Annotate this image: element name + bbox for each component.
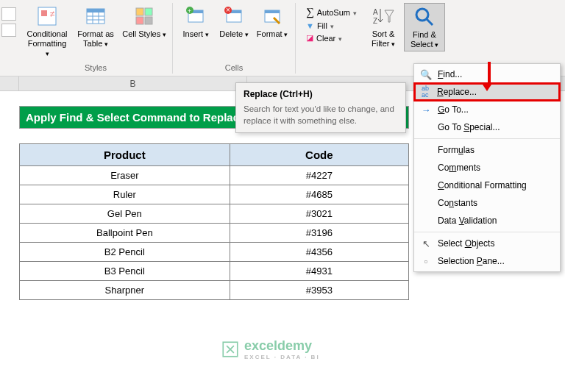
conditional-formatting-icon: ≠	[35, 4, 59, 28]
edge-buttons	[0, 3, 19, 41]
fill-label: Fill	[317, 21, 327, 30]
format-label: Format	[257, 29, 288, 39]
sort-filter-button[interactable]: AZ Sort & Filter	[364, 3, 402, 50]
format-icon	[260, 4, 284, 28]
data-table: Product Code Eraser#4227 Ruler#4685 Gel …	[19, 143, 409, 300]
format-as-table-label: Format as Table	[74, 29, 118, 49]
insert-icon: +	[184, 4, 207, 28]
svg-text:×: ×	[226, 6, 230, 14]
group-cells: + Insert × Delete Format Cells	[173, 3, 296, 74]
goto-icon: →	[420, 104, 432, 115]
table-row: B3 Pencil#4931	[20, 262, 409, 281]
svg-rect-22	[265, 10, 280, 13]
menu-goto-special[interactable]: Go To Special...	[414, 118, 560, 136]
annotation-arrow	[486, 62, 493, 91]
table-row: Ruler#4685	[20, 185, 409, 204]
header-product: Product	[20, 144, 230, 166]
sort-filter-label: Sort & Filter	[366, 29, 401, 49]
edge-btn-2[interactable]	[1, 24, 16, 37]
header-code: Code	[230, 144, 408, 166]
menu-separator	[414, 138, 560, 139]
group-cells-label: Cells	[225, 63, 243, 74]
cell-styles-icon	[132, 4, 156, 28]
sigma-icon: ∑	[306, 6, 314, 18]
menu-data-validation[interactable]: Data Validation	[414, 212, 560, 229]
corner-cell[interactable]	[0, 76, 19, 90]
watermark-icon	[221, 340, 240, 359]
watermark-brand: exceldemy	[244, 338, 312, 353]
find-select-menu: 🔍 Find... abac Replace... → Go To... Go …	[413, 63, 561, 272]
clear-label: Clear	[316, 34, 335, 43]
delete-icon: ×	[222, 4, 246, 28]
svg-text:Z: Z	[373, 17, 377, 25]
tooltip-desc: Search for text you'd like to change, an…	[244, 104, 398, 126]
svg-text:+: +	[188, 7, 191, 15]
svg-rect-12	[145, 17, 152, 24]
format-as-table-button[interactable]: Format as Table	[72, 3, 119, 50]
menu-constants[interactable]: Constants	[414, 194, 560, 212]
svg-text:A: A	[373, 8, 378, 16]
table-row: Sharpner#3953	[20, 281, 409, 300]
menu-selection-pane[interactable]: ▫ Selection Pane...	[414, 252, 560, 270]
find-select-icon	[413, 5, 436, 29]
svg-line-26	[427, 19, 433, 25]
delete-button[interactable]: × Delete	[216, 3, 252, 40]
cursor-icon: ↖	[420, 238, 432, 249]
edge-btn-1[interactable]	[1, 7, 16, 21]
svg-rect-4	[87, 9, 104, 13]
clear-button[interactable]: ◪Clear	[303, 32, 360, 44]
cell-styles-button[interactable]: Cell Styles	[121, 3, 168, 40]
table-row: Gel Pen#3021	[20, 204, 409, 224]
conditional-formatting-label: Conditional Formatting	[25, 29, 69, 59]
conditional-formatting-button[interactable]: ≠ Conditional Formatting	[24, 3, 71, 60]
eraser-icon: ◪	[306, 33, 313, 43]
format-as-table-icon	[84, 4, 107, 28]
search-icon: 🔍	[420, 68, 432, 80]
pane-icon: ▫	[420, 255, 432, 267]
group-styles: ≠ Conditional Formatting Format as Table…	[19, 3, 173, 74]
sort-filter-icon: AZ	[372, 4, 395, 28]
svg-text:≠: ≠	[50, 9, 55, 19]
table-row: Eraser#4227	[20, 166, 409, 185]
svg-rect-11	[136, 17, 143, 24]
format-button[interactable]: Format	[254, 3, 291, 40]
table-row: Ballpoint Pen#3196	[20, 224, 409, 243]
group-styles-label: Styles	[85, 63, 107, 74]
find-select-label: Find & Select	[406, 30, 443, 49]
cell-styles-label: Cell Styles	[122, 29, 166, 39]
autosum-button[interactable]: ∑AutoSum	[303, 4, 360, 20]
table-row: B2 Pencil#4356	[20, 243, 409, 262]
menu-formulas[interactable]: Formulas	[414, 141, 560, 159]
group-editing-label	[372, 63, 374, 74]
menu-select-objects[interactable]: ↖ Select Objects	[414, 235, 560, 252]
insert-label: Insert	[182, 29, 208, 39]
find-select-button[interactable]: Find & Select	[404, 3, 445, 51]
autosum-label: AutoSum	[317, 8, 350, 17]
replace-tooltip: Replace (Ctrl+H) Search for text you'd l…	[235, 82, 406, 133]
menu-cond-fmt[interactable]: Conditional Formatting	[414, 177, 560, 194]
tooltip-title: Replace (Ctrl+H)	[244, 89, 398, 99]
svg-rect-10	[145, 8, 152, 15]
replace-icon: abac	[419, 86, 431, 98]
insert-button[interactable]: + Insert	[177, 3, 214, 40]
delete-label: Delete	[219, 29, 248, 39]
col-header-b[interactable]: B	[19, 76, 247, 90]
svg-point-25	[416, 9, 428, 21]
fill-button[interactable]: ▼Fill	[303, 20, 360, 32]
svg-rect-9	[136, 8, 143, 15]
menu-comments[interactable]: Comments	[414, 159, 560, 177]
menu-separator	[414, 232, 560, 232]
svg-rect-1	[41, 10, 47, 16]
menu-goto[interactable]: → Go To...	[414, 101, 560, 118]
watermark: exceldemy EXCEL · DATA · BI	[221, 338, 320, 360]
fill-icon: ▼	[306, 21, 314, 30]
watermark-tagline: EXCEL · DATA · BI	[244, 354, 320, 360]
